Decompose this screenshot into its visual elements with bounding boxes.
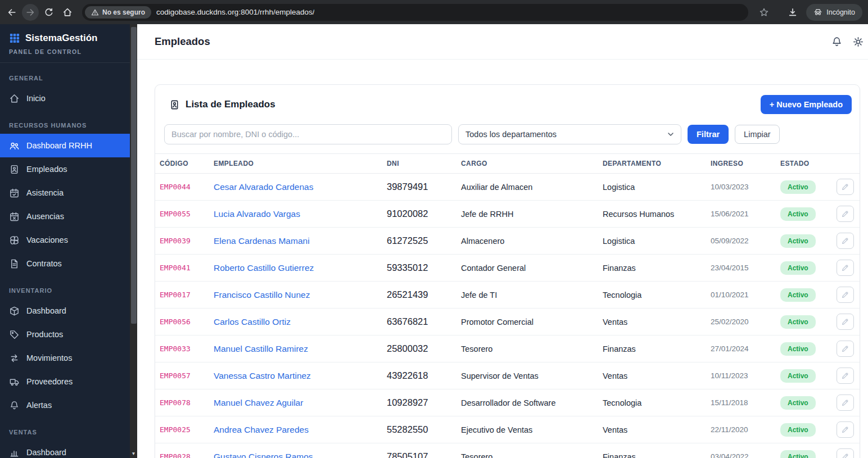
employee-code: EMP0044 bbox=[155, 174, 209, 201]
sidebar-item-empleados[interactable]: Empleados bbox=[0, 157, 130, 181]
table-row: EMP0057Vanessa Castro Martinez43922618Su… bbox=[155, 362, 860, 389]
employee-position: Auxiliar de Almacen bbox=[456, 174, 598, 201]
forward-button[interactable] bbox=[22, 4, 39, 21]
sidebar-item-label: Asistencia bbox=[26, 188, 64, 197]
sidebar-item-dashboard[interactable]: Dashboard bbox=[0, 299, 130, 323]
incognito-label: Incógnito bbox=[826, 8, 855, 16]
sidebar-scrollbar[interactable]: ▼ bbox=[130, 24, 137, 458]
edit-employee-button[interactable] bbox=[837, 368, 854, 384]
status-badge: Activo bbox=[780, 207, 816, 221]
download-icon bbox=[788, 7, 798, 17]
edit-employee-button[interactable] bbox=[837, 421, 854, 438]
status-badge: Activo bbox=[780, 342, 816, 356]
edit-employee-button[interactable] bbox=[837, 179, 854, 195]
employee-hire-date: 01/10/2021 bbox=[706, 282, 776, 309]
home-button[interactable] bbox=[59, 4, 76, 21]
sidebar-item-alertas[interactable]: Alertas bbox=[0, 393, 130, 417]
employee-name-link[interactable]: Gustavo Cisneros Ramos bbox=[214, 452, 313, 458]
sidebar-item-label: Movimientos bbox=[26, 353, 72, 362]
incognito-badge[interactable]: Incógnito bbox=[806, 4, 862, 21]
filter-button[interactable]: Filtrar bbox=[688, 125, 729, 144]
employee-name-link[interactable]: Vanessa Castro Martinez bbox=[214, 371, 311, 380]
employee-name-link[interactable]: Lucia Alvarado Vargas bbox=[214, 209, 300, 219]
employee-name-link[interactable]: Carlos Castillo Ortiz bbox=[214, 317, 291, 327]
filter-bar: Todos los departamentos Filtrar Limpiar bbox=[155, 124, 860, 153]
box-icon bbox=[9, 306, 20, 316]
table-row: EMP0025Andrea Chavez Paredes55282550Ejec… bbox=[155, 416, 860, 443]
card-title: Lista de Empleados bbox=[169, 99, 275, 110]
edit-employee-button[interactable] bbox=[837, 314, 854, 330]
settings-button[interactable] bbox=[852, 36, 864, 48]
sidebar-item-label: Vacaciones bbox=[26, 235, 68, 244]
chart-icon bbox=[9, 447, 20, 458]
status-badge: Activo bbox=[780, 450, 816, 458]
employee-hire-date: 27/01/2024 bbox=[706, 335, 776, 362]
main-area: Empleados Lista de Empleados bbox=[137, 24, 868, 458]
brand-name: SistemaGestión bbox=[25, 33, 98, 44]
employee-code: EMP0017 bbox=[155, 282, 209, 309]
refresh-button[interactable] bbox=[40, 4, 57, 21]
address-bar[interactable]: No es seguro codigobase.duckdns.org:8001… bbox=[82, 4, 748, 21]
back-button[interactable] bbox=[3, 4, 20, 21]
search-input[interactable] bbox=[164, 124, 452, 144]
employee-department: Finanzas bbox=[598, 335, 706, 362]
sidebar-item-inicio[interactable]: Inicio bbox=[0, 87, 130, 110]
employee-position: Jefe de TI bbox=[456, 282, 598, 309]
refresh-icon bbox=[44, 7, 54, 17]
sidebar-item-label: Inicio bbox=[26, 94, 46, 103]
employee-name-link[interactable]: Manuel Chavez Aguilar bbox=[214, 398, 303, 407]
employee-hire-date: 10/11/2023 bbox=[706, 362, 776, 389]
sidebar-item-vacaciones[interactable]: Vacaciones bbox=[0, 228, 130, 252]
column-header-cargo: CARGO bbox=[456, 154, 598, 174]
scrollbar-thumb[interactable] bbox=[131, 27, 137, 324]
employee-hire-date: 15/06/2021 bbox=[706, 201, 776, 228]
downloads-button[interactable] bbox=[784, 4, 801, 21]
employee-name-link[interactable]: Francisco Castillo Nunez bbox=[214, 290, 310, 300]
sidebar-item-dashboard-rrhh[interactable]: Dashboard RRHH bbox=[0, 134, 130, 157]
topbar: Empleados bbox=[137, 24, 868, 60]
edit-employee-button[interactable] bbox=[837, 287, 854, 303]
edit-employee-button[interactable] bbox=[837, 206, 854, 222]
clear-button[interactable]: Limpiar bbox=[735, 125, 780, 144]
department-select[interactable]: Todos los departamentos bbox=[458, 124, 681, 144]
edit-employee-button[interactable] bbox=[837, 448, 854, 458]
employee-dni: 59335012 bbox=[382, 255, 456, 282]
new-employee-button[interactable]: + Nuevo Empleado bbox=[761, 95, 852, 114]
employee-name-link[interactable]: Elena Cardenas Mamani bbox=[214, 236, 310, 246]
employee-name-link[interactable]: Manuel Castillo Ramirez bbox=[214, 344, 308, 353]
edit-employee-button[interactable] bbox=[837, 341, 854, 357]
bookmark-star-button[interactable] bbox=[756, 4, 772, 21]
sidebar-item-ausencias[interactable]: Ausencias bbox=[0, 205, 130, 228]
sidebar-item-productos[interactable]: Productos bbox=[0, 323, 130, 346]
sidebar-item-asistencia[interactable]: Asistencia bbox=[0, 181, 130, 205]
chevron-down-icon bbox=[666, 130, 675, 139]
sidebar-item-proveedores[interactable]: Proveedores bbox=[0, 370, 130, 393]
employee-dni: 10928927 bbox=[382, 389, 456, 416]
security-chip[interactable]: No es seguro bbox=[85, 6, 151, 19]
edit-employee-button[interactable] bbox=[837, 394, 854, 411]
table-row: EMP0055Lucia Alvarado Vargas91020082Jefe… bbox=[155, 201, 860, 228]
home-icon bbox=[62, 7, 73, 17]
employee-name-link[interactable]: Andrea Chavez Paredes bbox=[214, 425, 309, 434]
employee-hire-date: 10/03/2023 bbox=[706, 174, 776, 201]
sidebar-item-movimientos[interactable]: Movimientos bbox=[0, 346, 130, 370]
column-header-departamento: DEPARTAMENTO bbox=[598, 154, 706, 174]
sidebar-item-dashboard[interactable]: Dashboard bbox=[0, 441, 130, 458]
table-row: EMP0041Roberto Castillo Gutierrez5933501… bbox=[155, 255, 860, 282]
sidebar: SistemaGestión PANEL DE CONTROL GENERALI… bbox=[0, 24, 130, 458]
pencil-icon bbox=[841, 371, 849, 380]
status-badge: Activo bbox=[780, 180, 816, 194]
sidebar-item-label: Proveedores bbox=[26, 377, 73, 386]
sidebar-item-contratos[interactable]: Contratos bbox=[0, 252, 130, 275]
edit-employee-button[interactable] bbox=[837, 233, 854, 249]
pencil-icon bbox=[841, 264, 849, 272]
employee-name-link[interactable]: Cesar Alvarado Cardenas bbox=[214, 182, 314, 192]
scrollbar-down-arrow[interactable]: ▼ bbox=[130, 451, 137, 457]
calx-icon bbox=[9, 211, 20, 222]
column-header-empleado: EMPLEADO bbox=[209, 154, 382, 174]
employee-name-link[interactable]: Roberto Castillo Gutierrez bbox=[214, 263, 314, 273]
back-arrow-icon bbox=[7, 7, 17, 17]
edit-employee-button[interactable] bbox=[837, 260, 854, 276]
notifications-button[interactable] bbox=[831, 36, 843, 48]
sidebar-section-general: GENERAL bbox=[0, 63, 130, 87]
